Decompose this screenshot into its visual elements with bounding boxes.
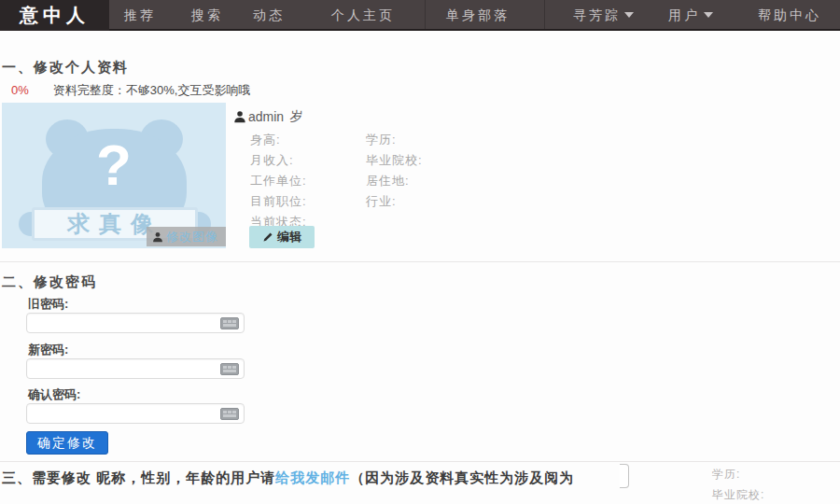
nav-item-personal-homepage[interactable]: 个人主页	[331, 0, 395, 31]
nav-item-xunfangzong-menu[interactable]: 寻芳踪	[573, 0, 634, 31]
confirm-modify-button[interactable]: 确定修改	[26, 431, 108, 455]
keyboard-icon[interactable]	[220, 317, 239, 329]
field-label-school: 毕业院校:	[366, 152, 423, 169]
site-logo[interactable]: 意中人	[0, 0, 109, 31]
confirm-password-label: 确认密码:	[28, 386, 80, 403]
profile-completeness: 0%资料完整度：不够30%,交互受影响哦	[11, 82, 250, 99]
edit-button-label: 编辑	[277, 229, 301, 245]
section2-heading: 二、修改密码	[2, 273, 97, 291]
username: admin	[248, 109, 284, 124]
edit-profile-button[interactable]: 编辑	[249, 226, 315, 248]
nav-item-label: 寻芳踪	[573, 7, 621, 22]
section-divider	[0, 461, 840, 462]
username-row: admin 岁	[233, 108, 302, 125]
nav-item-search[interactable]: 搜索	[191, 0, 223, 31]
keyboard-icon[interactable]	[220, 408, 239, 420]
new-password-label: 新密码:	[28, 342, 68, 358]
section-divider	[0, 261, 840, 262]
top-navbar: 意中人 推荐 搜索 动态 个人主页 单身部落 寻芳踪 用户 帮助中心	[0, 0, 840, 31]
pencil-icon	[262, 231, 273, 243]
chevron-down-icon	[624, 12, 634, 18]
nav-item-activity[interactable]: 动态	[253, 0, 285, 31]
modify-image-button[interactable]: 修改图像	[147, 227, 226, 246]
section3-note: 三、需要修改 昵称，性别，年龄的用户请给我发邮件（因为涉及资料真实性为涉及阅为	[2, 469, 574, 487]
textbox-edge	[620, 464, 629, 488]
nav-divider	[425, 0, 426, 29]
person-icon	[233, 110, 246, 123]
nav-item-recommend[interactable]: 推荐	[124, 0, 156, 31]
nav-item-label: 用户	[668, 7, 700, 22]
nav-divider	[544, 0, 545, 29]
bottom-school-label: 毕业院校:	[712, 487, 764, 503]
modify-image-label: 修改图像	[166, 229, 218, 245]
person-icon	[152, 231, 163, 243]
field-label-education: 学历:	[366, 132, 397, 148]
email-me-link[interactable]: 给我发邮件	[275, 469, 350, 485]
age-suffix: 岁	[289, 108, 302, 125]
field-label-workunit: 工作单位:	[250, 173, 307, 189]
old-password-input[interactable]	[26, 313, 245, 333]
avatar-placeholder[interactable]: ? 求真像 修改图像	[2, 103, 226, 248]
keyboard-icon[interactable]	[220, 363, 239, 375]
chevron-down-icon	[704, 12, 713, 18]
note-text-after: （因为涉及资料真实性为涉及阅为	[350, 469, 574, 485]
field-label-industry: 行业:	[366, 193, 397, 210]
nav-item-help-center[interactable]: 帮助中心	[758, 0, 821, 31]
field-label-residence: 居住地:	[366, 173, 410, 189]
field-label-position: 目前职位:	[250, 193, 307, 210]
bottom-education-label: 学历:	[712, 467, 740, 483]
field-label-income: 月收入:	[250, 152, 294, 169]
old-password-label: 旧密码:	[28, 296, 68, 313]
completeness-note: 资料完整度：不够30%,交互受影响哦	[53, 83, 251, 97]
question-mark: ?	[2, 136, 226, 194]
field-label-height: 身高:	[250, 132, 281, 148]
completeness-percent: 0%	[11, 83, 29, 97]
nav-item-user-menu[interactable]: 用户	[668, 0, 713, 31]
nav-item-singles-tribe[interactable]: 单身部落	[446, 0, 510, 31]
new-password-input[interactable]	[26, 358, 245, 379]
section1-heading: 一、修改个人资料	[2, 59, 129, 77]
confirm-password-input[interactable]	[26, 403, 245, 424]
note-text-before: 三、需要修改 昵称，性别，年龄的用户请	[2, 469, 275, 485]
